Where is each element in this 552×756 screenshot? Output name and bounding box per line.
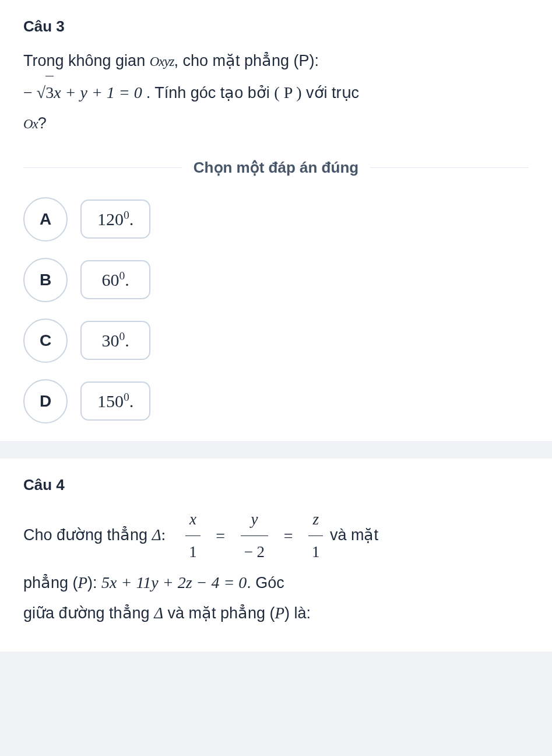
frac3-num: z [309,505,322,536]
option-d-dot: . [129,391,134,411]
q4-text-2b: ): [87,574,101,592]
option-b-value[interactable]: 600. [80,260,150,299]
q3-after-sqrt: x + y + 1 = 0 [54,83,142,102]
frac3-den: 1 [308,536,324,567]
delta-icon: Δ [152,526,161,544]
option-c-radio[interactable]: C [23,318,68,363]
frac2-num: y [247,505,261,536]
q3-oxyz: Oxyz [150,54,174,69]
eq-1: = [216,527,225,545]
option-b-radio[interactable]: B [23,258,68,302]
option-row-a: A 1200. [23,197,529,242]
option-row-c: C 300. [23,318,529,363]
q3-text-3: . Tính góc tạo bởi [146,84,275,102]
eq-2: = [284,527,293,545]
q4-text-4a: giữa đường thẳng [23,604,154,622]
q3-text-1: Trong không gian [23,52,150,69]
q4-text-4b: và mặt phẳng ( [163,604,275,622]
frac1-den: 1 [185,536,201,567]
q3-equation: − √3x + y + 1 = 0 [23,83,146,102]
question-3-card: Câu 3 Trong không gian Oxyz, cho mặt phẳ… [0,0,552,441]
frac-2: y − 2 [241,505,268,568]
options-list: A 1200. B 600. C 300. D 1500. [23,197,529,424]
option-row-d: D 1500. [23,379,529,424]
option-a-radio[interactable]: A [23,197,68,242]
option-d-value[interactable]: 1500. [80,382,150,421]
option-c-dot: . [125,331,129,350]
option-c-value[interactable]: 300. [80,321,150,360]
frac-1: x 1 [185,505,201,568]
q3-qmark: ? [38,114,47,132]
q3-text-2: , cho mặt phẳng (P): [174,52,319,69]
option-d-sup: 0 [124,391,129,403]
divider-line-left [23,167,182,168]
option-c-sup: 0 [119,330,125,342]
option-a-value[interactable]: 1200. [80,200,150,239]
question-3-title: Câu 3 [23,18,529,36]
delta-icon-2: Δ [154,604,163,622]
q4-text-3: . Góc [247,574,284,592]
q3-minus: − [23,83,37,102]
q3-sqrt-arg: 3 [45,76,54,108]
question-3-body: Trong không gian Oxyz, cho mặt phẳng (P)… [23,46,529,138]
option-a-num: 120 [97,209,124,229]
q4-text-4c: ) là: [284,604,311,622]
option-a-dot: . [129,209,134,229]
divider-line-right [370,167,529,168]
q4-plane-eq: 5x + 11y + 2z − 4 = 0 [101,573,247,592]
q3-P: ( P ) [274,83,301,102]
q3-text-4: với trục [302,84,360,102]
frac-3: z 1 [308,505,324,568]
q4-text-2a: phẳng ( [23,574,78,592]
option-d-radio[interactable]: D [23,379,68,424]
option-c-num: 30 [101,331,119,350]
q4-P-1: P [78,574,88,592]
option-a-sup: 0 [124,209,129,221]
q4-and: và mặt [330,526,378,544]
option-row-b: B 600. [23,258,529,302]
q4-text-1: Cho đường thẳng [23,526,152,544]
frac2-den: − 2 [241,536,268,567]
sqrt-icon: √ [37,83,45,102]
option-b-sup: 0 [119,270,125,282]
question-4-title: Câu 4 [23,476,529,494]
divider-label: Chọn một đáp án đúng [182,159,370,177]
option-d-num: 150 [97,391,124,411]
divider-row: Chọn một đáp án đúng [23,159,529,177]
option-b-dot: . [125,270,129,289]
q4-colon: : [161,526,166,544]
q4-P-2: P [275,604,285,622]
frac1-num: x [186,505,200,536]
q3-ox: Ox [23,117,38,131]
question-4-body: Cho đường thẳng Δ: x 1 = y − 2 = z 1 và … [23,505,529,628]
question-4-card: Câu 4 Cho đường thẳng Δ: x 1 = y − 2 = z… [0,459,552,652]
option-b-num: 60 [101,270,119,289]
